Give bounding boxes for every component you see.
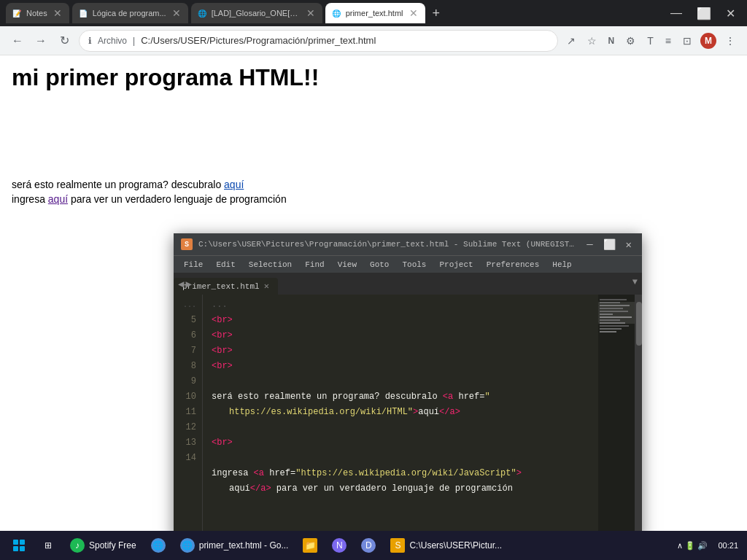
sublime-editor: ... 5 6 7 8 9 10 11 12 13 14 ... <br> <b… <box>174 295 642 540</box>
taskbar-sublime-label: C:\Users\USER\Pictur... <box>409 540 502 551</box>
start-button[interactable] <box>6 532 32 559</box>
link1[interactable]: aquí <box>224 179 244 190</box>
taskbar-sublime[interactable]: S C:\Users\USER\Pictur... <box>384 532 508 559</box>
line-num-11: 11 <box>174 405 202 420</box>
tab-notes[interactable]: 📝 Notes ✕ <box>6 3 69 23</box>
code-line-7: <br> <box>212 343 598 359</box>
taskbar-task-view[interactable]: ⊞ <box>35 532 61 559</box>
menu-find[interactable]: Find <box>299 259 330 271</box>
code-area[interactable]: ... <br> <br> <br> <br> será esto realme… <box>203 295 598 540</box>
separator: | <box>133 36 135 46</box>
taskbar: ⊞ ♪ Spotify Free 🌐 🌐 primer_text.html - … <box>0 531 747 560</box>
code-line-14: ingresa <a href="https://es.wikipedia.or… <box>212 466 598 481</box>
tab-logica-close[interactable]: ✕ <box>171 8 182 18</box>
line-num-12: 12 <box>174 420 202 435</box>
menu-goto[interactable]: Goto <box>364 259 395 271</box>
split-view-icon[interactable]: ⊡ <box>680 32 694 50</box>
tab-prev-arrow[interactable]: ◀ <box>178 278 184 290</box>
code-line-12: <br> <box>212 435 598 451</box>
spotify-icon: ♪ <box>70 538 85 553</box>
menu-file[interactable]: File <box>178 259 209 271</box>
security-icon: ℹ <box>88 36 92 46</box>
code-line-9 <box>212 374 598 389</box>
onenote-icon: N <box>332 538 347 553</box>
minimize-button[interactable]: — <box>665 7 688 20</box>
scrollbar-thumb[interactable] <box>636 302 642 346</box>
extension3-icon[interactable]: T <box>644 32 657 50</box>
extension2-icon[interactable]: ⚙ <box>623 32 638 50</box>
tab-notes-icon: 📝 <box>12 8 22 18</box>
taskbar-onenote[interactable]: N <box>326 532 352 559</box>
line-num-7: 7 <box>174 343 202 359</box>
line-num-10: 10 <box>174 389 202 405</box>
maximize-button[interactable]: ⬜ <box>691 7 717 20</box>
menu-project[interactable]: Project <box>433 259 479 271</box>
sublime-tabs-dropdown[interactable]: ▼ <box>632 277 638 287</box>
system-clock: 00:21 <box>715 541 741 550</box>
bookmark-icon[interactable]: ☆ <box>584 32 600 50</box>
profile-avatar[interactable]: M <box>700 33 716 49</box>
line-num-5: 5 <box>174 313 202 328</box>
taskbar-edge[interactable]: 🌐 <box>145 532 171 559</box>
line-num-dots: ... <box>174 298 202 313</box>
tab-notes-label: Notes <box>26 9 47 18</box>
code-line-6: <br> <box>212 328 598 343</box>
new-tab-button[interactable]: + <box>428 6 445 21</box>
line-num-13: 13 <box>174 435 202 451</box>
tab-glosario-close[interactable]: ✕ <box>305 8 317 18</box>
taskbar-discord[interactable]: D <box>355 532 382 559</box>
back-button[interactable]: ← <box>9 32 26 50</box>
close-button[interactable]: ✕ <box>720 7 741 20</box>
taskbar-primer[interactable]: 🌐 primer_text.html - Go... <box>174 532 295 559</box>
menu-selection[interactable]: Selection <box>243 259 298 271</box>
address-bar[interactable]: ℹ Archivo | C:/Users/USER/Pictures/Progr… <box>79 30 558 52</box>
refresh-button[interactable]: ↻ <box>55 32 73 50</box>
extension1-icon[interactable]: N <box>605 33 618 49</box>
share-icon[interactable]: ↗ <box>564 32 578 50</box>
taskbar-primer-icon: 🌐 <box>180 538 195 553</box>
line2-before-text: ingresa <box>12 193 48 205</box>
taskbar-primer-label: primer_text.html - Go... <box>199 540 289 551</box>
sublime-titlebar: S C:\Users\USER\Pictures\Programación\pr… <box>174 233 642 255</box>
minimap[interactable] <box>598 295 635 540</box>
system-tray: ∧ 🔋 🔊 00:21 <box>674 541 741 551</box>
sublime-taskbar-icon: S <box>390 538 405 553</box>
code-line-11 <box>212 420 598 435</box>
code-line-dots: ... <box>212 298 598 313</box>
menu-icon[interactable]: ⋮ <box>722 32 738 50</box>
page-line2: ingresa aquí para ver un verdadero lengu… <box>12 193 735 205</box>
page-title: mi primer programa HTML!! <box>12 64 735 91</box>
sublime-minimize[interactable]: — <box>584 238 595 251</box>
browser-actions: ↗ ☆ N ⚙ T ≡ ⊡ M ⋮ <box>564 32 738 50</box>
tab-primer-text-close[interactable]: ✕ <box>408 8 419 18</box>
taskbar-spotify[interactable]: ♪ Spotify Free <box>64 532 142 559</box>
tab-logica[interactable]: 📄 Lógica de program... ✕ <box>72 3 188 23</box>
menu-edit[interactable]: Edit <box>210 259 241 271</box>
windows-icon <box>13 540 25 551</box>
menu-tools[interactable]: Tools <box>396 259 432 271</box>
code-line-10: será esto realmente un programa? descubr… <box>212 389 598 405</box>
taskbar-explorer[interactable]: 📁 <box>297 532 323 559</box>
tray-icons[interactable]: ∧ 🔋 🔊 <box>674 541 711 551</box>
menu-help[interactable]: Help <box>546 259 577 271</box>
tab-primer-text[interactable]: 🌐 primer_text.html ✕ <box>325 3 425 23</box>
menu-view[interactable]: View <box>332 259 363 271</box>
tab-glosario[interactable]: 🌐 [LAD]_Glosario_ONE[1... ✕ <box>191 3 322 23</box>
tab-primer-text-icon: 🌐 <box>331 8 341 18</box>
minimap-highlight <box>598 302 635 324</box>
tab-logica-icon: 📄 <box>78 8 88 18</box>
line-numbers: ... 5 6 7 8 9 10 11 12 13 14 <box>174 295 203 540</box>
tab-next-arrow[interactable]: ▶ <box>185 278 191 290</box>
vertical-scrollbar[interactable] <box>635 295 642 540</box>
forward-button[interactable]: → <box>32 32 50 50</box>
window-controls: — ⬜ ✕ <box>665 7 741 20</box>
link2[interactable]: aquí <box>48 193 68 205</box>
tab-notes-close[interactable]: ✕ <box>52 8 63 18</box>
sublime-maximize[interactable]: ⬜ <box>600 238 619 251</box>
tab-glosario-icon: 🌐 <box>197 8 207 18</box>
line-num-9: 9 <box>174 374 202 389</box>
menu-preferences[interactable]: Preferences <box>481 259 546 271</box>
sublime-tab-close[interactable]: ✕ <box>264 281 269 292</box>
sublime-close[interactable]: ✕ <box>623 238 635 251</box>
extension4-icon[interactable]: ≡ <box>662 32 674 50</box>
